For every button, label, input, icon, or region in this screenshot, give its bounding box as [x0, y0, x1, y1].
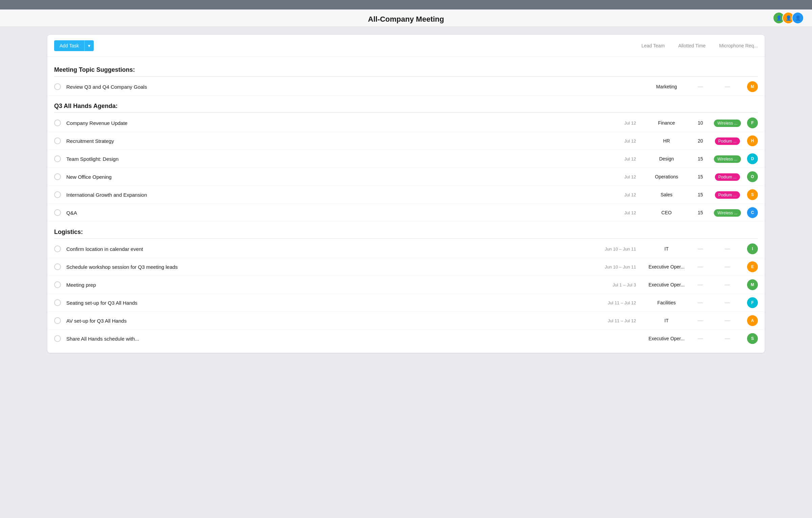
avatar[interactable]: I — [747, 243, 758, 254]
task-checkbox[interactable] — [54, 155, 61, 162]
avatar[interactable]: H — [747, 135, 758, 146]
section-title-2: Logistics: — [54, 229, 758, 236]
task-checkbox[interactable] — [54, 137, 61, 144]
avatar-3[interactable]: 👤 — [792, 12, 804, 24]
task-name: Confirm location in calendar event — [66, 246, 595, 252]
task-team: IT — [643, 246, 690, 252]
section-header-2: Logistics: — [47, 222, 765, 238]
task-date: Jul 11 – Jul 12 — [595, 318, 636, 323]
section-title-1: Q3 All Hands Agenda: — [54, 103, 758, 110]
section-divider-2 — [54, 238, 758, 239]
avatar[interactable]: D — [747, 153, 758, 164]
table-row: Meeting prepJul 1 – Jul 3Executive Oper.… — [47, 276, 765, 294]
task-checkbox[interactable] — [54, 209, 61, 216]
table-row: Company Revenue UpdateJul 12Finance10Wir… — [47, 114, 765, 132]
avatar[interactable]: F — [747, 297, 758, 308]
avatar[interactable]: O — [747, 171, 758, 182]
avatar[interactable]: M — [747, 81, 758, 92]
avatar[interactable]: S — [747, 333, 758, 344]
mic-badge: Podium ... — [715, 191, 740, 199]
section-divider-1 — [54, 112, 758, 113]
task-name: New Office Opening — [66, 174, 595, 180]
avatar[interactable]: S — [747, 189, 758, 200]
table-row: Share All Hands schedule with...Executiv… — [47, 330, 765, 347]
task-name: AV set-up for Q3 All Hands — [66, 318, 595, 324]
task-mic: — — [710, 264, 744, 270]
task-name: Review Q3 and Q4 Company Goals — [66, 84, 595, 90]
add-task-dropdown-button[interactable]: ▾ — [84, 40, 94, 51]
task-mic: — — [710, 336, 744, 342]
task-mic: Wireless ... — [710, 210, 744, 216]
toolbar-left: Add Task ▾ — [54, 40, 94, 51]
task-avatar: D — [744, 153, 758, 164]
task-checkbox[interactable] — [54, 335, 61, 342]
task-mic: Podium ... — [710, 192, 744, 198]
table-row: Review Q3 and Q4 Company GoalsMarketing—… — [47, 78, 765, 96]
task-mic: — — [710, 300, 744, 306]
task-time: — — [690, 282, 710, 288]
mic-badge: Wireless ... — [714, 155, 741, 163]
task-date: Jun 10 – Jun 11 — [595, 264, 636, 269]
task-checkbox[interactable] — [54, 120, 61, 126]
section-title-0: Meeting Topic Suggestions: — [54, 66, 758, 73]
task-name: Seating set-up for Q3 All Hands — [66, 300, 595, 306]
task-checkbox[interactable] — [54, 263, 61, 270]
task-team: Executive Oper... — [643, 264, 690, 269]
task-time: 15 — [690, 174, 710, 179]
task-team: Executive Oper... — [643, 282, 690, 287]
header-avatars: 👤 👤 👤 — [775, 12, 804, 24]
table-row: International Growth and ExpansionJul 12… — [47, 186, 765, 204]
task-checkbox[interactable] — [54, 317, 61, 324]
task-avatar: I — [744, 243, 758, 254]
mic-badge: Wireless ... — [714, 209, 741, 217]
task-time: 15 — [690, 210, 710, 215]
col-header-allotted-time[interactable]: Allotted Time — [678, 43, 706, 48]
task-team: HR — [643, 138, 690, 144]
top-bar — [0, 0, 812, 9]
task-mic: — — [710, 282, 744, 288]
avatar[interactable]: F — [747, 117, 758, 128]
task-checkbox[interactable] — [54, 299, 61, 306]
avatar[interactable]: E — [747, 261, 758, 272]
section-header-0: Meeting Topic Suggestions: — [47, 60, 765, 76]
task-avatar: F — [744, 117, 758, 128]
mic-badge: Podium ... — [715, 173, 740, 181]
section-header-1: Q3 All Hands Agenda: — [47, 96, 765, 112]
task-team: Executive Oper... — [643, 336, 690, 341]
task-checkbox[interactable] — [54, 83, 61, 90]
task-avatar: O — [744, 171, 758, 182]
avatar[interactable]: A — [747, 315, 758, 326]
task-avatar: S — [744, 333, 758, 344]
task-time: — — [690, 264, 710, 270]
col-header-lead-team[interactable]: Lead Team — [641, 43, 665, 48]
task-date: Jul 12 — [595, 210, 636, 215]
task-team: Finance — [643, 120, 690, 126]
task-time: 10 — [690, 120, 710, 126]
col-header-microphone-req[interactable]: Microphone Req... — [719, 43, 758, 48]
task-checkbox[interactable] — [54, 191, 61, 198]
table-row: Seating set-up for Q3 All HandsJul 11 – … — [47, 294, 765, 312]
task-checkbox[interactable] — [54, 245, 61, 252]
task-time: 20 — [690, 138, 710, 144]
toolbar-right: Lead Team Allotted Time Microphone Req..… — [641, 43, 758, 48]
task-date: Jul 1 – Jul 3 — [595, 282, 636, 287]
table-row: Recruitment StrategyJul 12HR20Podium ...… — [47, 132, 765, 150]
task-team: IT — [643, 318, 690, 323]
task-name: Company Revenue Update — [66, 120, 595, 126]
table-row: Confirm location in calendar eventJun 10… — [47, 240, 765, 258]
task-checkbox[interactable] — [54, 173, 61, 180]
task-checkbox[interactable] — [54, 281, 61, 288]
task-date: Jul 12 — [595, 121, 636, 126]
task-mic: Podium ... — [710, 138, 744, 144]
add-task-button[interactable]: Add Task — [54, 40, 84, 51]
task-avatar: M — [744, 81, 758, 92]
table-row: AV set-up for Q3 All HandsJul 11 – Jul 1… — [47, 312, 765, 330]
task-name: Meeting prep — [66, 282, 595, 288]
avatar[interactable]: C — [747, 207, 758, 218]
task-time: — — [690, 246, 710, 252]
page-header: All-Company Meeting 👤 👤 👤 — [0, 9, 812, 27]
avatar[interactable]: M — [747, 279, 758, 290]
task-team: Design — [643, 156, 690, 161]
task-name: International Growth and Expansion — [66, 192, 595, 198]
task-date: Jun 10 – Jun 11 — [595, 246, 636, 252]
